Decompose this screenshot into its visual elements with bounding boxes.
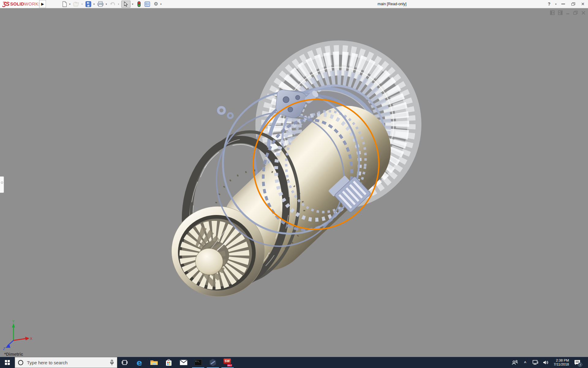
document-window-controls — [550, 10, 586, 15]
ethernet-icon — [533, 360, 539, 365]
taskbar-item-hexagon-app[interactable] — [205, 357, 220, 368]
taskbar-item-mail[interactable] — [176, 357, 191, 368]
quick-access-toolbar: ▾ ▾ ▾ ▾ — [61, 0, 162, 8]
system-tray: ^ 2:38 PM 7/11/2018 — [511, 357, 588, 368]
ds-logo-icon: ƷS — [2, 1, 9, 7]
people-icon — [511, 360, 518, 365]
task-view-button[interactable] — [117, 357, 132, 368]
graphics-viewport[interactable]: Y X Z *Dimetric — [0, 8, 588, 357]
x-axis-label: X — [30, 337, 32, 340]
y-axis-arrow-icon — [12, 323, 15, 328]
sw-cube-icon: SW — [224, 358, 231, 364]
task-view-icon — [122, 360, 128, 365]
document-title: main [Read-only] — [360, 0, 424, 8]
minimize-button[interactable] — [559, 1, 567, 7]
document-restore-icon[interactable] — [573, 11, 578, 15]
restore-button[interactable] — [569, 1, 577, 7]
z-axis-arrow-icon — [6, 344, 10, 348]
save-floppy-icon — [85, 1, 91, 7]
y-axis-label: Y — [12, 320, 15, 323]
print-icon — [97, 1, 104, 7]
taskbar-item-solidworks[interactable]: SW 2017 — [220, 357, 235, 368]
new-document-button[interactable] — [61, 0, 68, 8]
flyout-arrow-icon: ▶ — [41, 2, 44, 6]
command-prompt-icon: C:\_ — [194, 359, 202, 366]
property-manager-button[interactable] — [144, 0, 151, 8]
open-dropdown-caret: ▾ — [81, 3, 83, 6]
options-dropdown-caret[interactable]: ▾ — [160, 3, 161, 6]
show-left-pane-icon[interactable] — [550, 10, 555, 15]
taskbar: e C:\_ SW 2017 — [0, 357, 588, 368]
lifting-lugs[interactable] — [217, 106, 234, 119]
edge-icon: e — [137, 358, 142, 367]
store-icon — [165, 359, 172, 366]
taskbar-item-store[interactable] — [161, 357, 176, 368]
new-document-icon — [62, 1, 67, 7]
help-button[interactable]: ? — [545, 1, 553, 7]
x-axis-arrow-icon — [25, 337, 29, 340]
action-center-button[interactable]: 3 — [573, 359, 582, 366]
titlebar: ƷS SOLIDWORKS ▶ ▾ ▾ ▾ — [0, 0, 588, 8]
clock-date: 7/11/2018 — [554, 362, 569, 366]
search-input[interactable] — [27, 360, 106, 365]
save-button[interactable] — [85, 0, 92, 8]
undo-button[interactable] — [109, 0, 116, 8]
print-button[interactable] — [97, 0, 104, 8]
flyout-tab-handle-icon — [1, 182, 3, 184]
logo-text-solid: SOLID — [10, 2, 24, 6]
cortana-icon — [18, 360, 23, 365]
windows-logo-icon — [5, 360, 10, 365]
chevron-up-icon: ^ — [524, 360, 526, 365]
3d-model-jet-engine[interactable] — [0, 8, 588, 357]
property-form-icon — [145, 2, 150, 7]
clock-time: 2:38 PM — [554, 358, 569, 362]
taskbar-item-file-explorer[interactable] — [147, 357, 161, 368]
undo-icon — [110, 2, 116, 6]
select-cursor-icon — [124, 2, 128, 7]
feature-panel-flyout-tab[interactable] — [0, 176, 4, 193]
select-tool-button-active[interactable] — [121, 1, 130, 8]
undo-dropdown-caret: ▾ — [118, 3, 119, 6]
file-explorer-icon — [150, 359, 158, 366]
close-button[interactable]: ✕ — [579, 1, 587, 7]
orientation-triad: Y X Z — [2, 320, 32, 350]
window-controls: ? ▾ ✕ — [545, 0, 587, 8]
options-button[interactable]: ⚙ — [153, 0, 159, 8]
network-button[interactable] — [532, 360, 540, 365]
hexagon-app-icon — [209, 359, 217, 366]
taskbar-search[interactable] — [15, 357, 117, 368]
print-dropdown-caret[interactable]: ▾ — [106, 3, 107, 6]
sw-year-badge: 2017 — [227, 364, 232, 366]
open-folder-icon — [73, 2, 79, 7]
open-button[interactable] — [73, 0, 80, 8]
microphone-icon[interactable] — [110, 360, 114, 366]
taskbar-item-edge[interactable]: e — [132, 357, 147, 368]
tray-overflow-button[interactable]: ^ — [521, 360, 529, 365]
help-dropdown-caret[interactable]: ▾ — [555, 3, 556, 6]
close-icon: ✕ — [581, 2, 585, 6]
people-button[interactable] — [511, 360, 519, 365]
solidworks-logo: ƷS SOLIDWORKS — [0, 0, 39, 8]
speaker-icon — [543, 360, 549, 365]
help-icon: ? — [548, 2, 551, 6]
select-dropdown-caret[interactable]: ▾ — [132, 3, 133, 6]
clock[interactable]: 2:38 PM 7/11/2018 — [552, 358, 570, 366]
options-gear-icon: ⚙ — [154, 2, 158, 6]
notification-badge: 3 — [578, 362, 582, 367]
save-dropdown-caret[interactable]: ▾ — [93, 3, 95, 6]
rebuild-button[interactable] — [137, 0, 141, 8]
view-orientation-label: *Dimetric — [4, 352, 23, 357]
taskbar-item-cmd[interactable]: C:\_ — [191, 357, 205, 368]
solidworks-app-icon: SW 2017 — [224, 358, 232, 366]
z-axis-label: Z — [3, 347, 6, 350]
volume-button[interactable] — [542, 360, 550, 365]
restore-icon — [571, 2, 575, 6]
traffic-light-icon — [137, 1, 141, 7]
start-button[interactable] — [0, 357, 15, 368]
document-minimize-icon[interactable] — [566, 11, 570, 15]
menu-flyout-button[interactable]: ▶ — [39, 0, 46, 8]
show-right-pane-icon[interactable] — [558, 10, 563, 15]
document-close-icon[interactable] — [581, 11, 586, 15]
minimize-icon — [561, 4, 565, 4]
new-dropdown-caret[interactable]: ▾ — [69, 3, 70, 6]
